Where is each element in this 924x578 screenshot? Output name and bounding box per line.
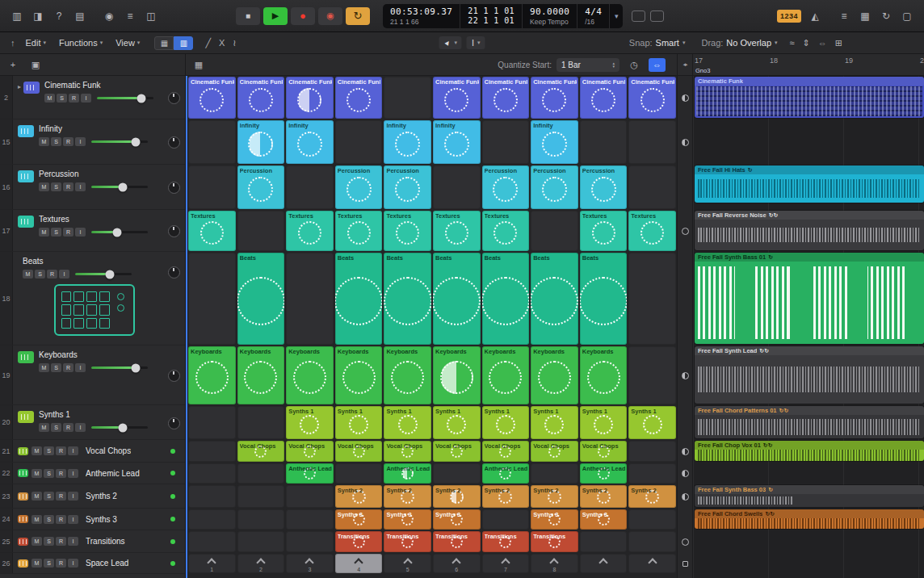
lcd-chevron-icon[interactable]: ▾ <box>610 4 623 28</box>
empty-cell[interactable] <box>580 120 628 164</box>
track-header[interactable]: 20Synths 1MSRI <box>0 405 185 440</box>
browsers-icon[interactable]: ▢ <box>898 9 916 23</box>
track-m-button[interactable]: M <box>23 270 33 279</box>
empty-cell[interactable] <box>237 485 285 508</box>
loop-cell[interactable]: Textures <box>628 211 676 251</box>
volume-thumb[interactable] <box>118 423 127 432</box>
empty-cell[interactable] <box>237 211 285 251</box>
loop-cell[interactable]: Keyboards <box>286 346 334 404</box>
loop-cell[interactable]: Infinity <box>531 120 578 164</box>
loop-cell[interactable]: Vocal Chops <box>482 441 530 462</box>
loop-cell[interactable]: Infinity <box>433 120 481 164</box>
volume-thumb[interactable] <box>136 94 145 103</box>
editors-icon[interactable]: ◫ <box>142 9 160 23</box>
loop-cell[interactable]: Keyboards <box>531 346 578 404</box>
loop-cell[interactable]: Vocal Chops <box>335 441 383 462</box>
loop-cell[interactable]: Cinematic Funk <box>531 77 578 119</box>
empty-cell[interactable] <box>628 531 676 552</box>
loop-cell[interactable]: Keyboards <box>482 346 530 404</box>
track-s-button[interactable]: S <box>51 363 61 372</box>
loop-cell[interactable]: Synths 1 <box>286 406 334 439</box>
empty-cell[interactable] <box>482 120 530 164</box>
row-contrast-icon[interactable] <box>682 372 689 379</box>
scene-trigger[interactable]: 1 <box>188 554 236 573</box>
disclosure-triangle-icon[interactable]: ▸ <box>18 83 21 115</box>
scene-menu-icon[interactable]: ▦ <box>191 58 207 72</box>
track-r-button[interactable]: R <box>63 423 74 432</box>
loop-cell[interactable]: Synths 2 <box>335 485 383 508</box>
group-tracks-button[interactable]: ▣ <box>27 58 44 72</box>
view-menu[interactable]: View ▾ <box>116 38 140 48</box>
track-s-button[interactable]: S <box>51 137 61 146</box>
loop-cell[interactable]: Anthemic Lead <box>286 463 334 484</box>
region[interactable]: Free Fall Reverse Noise↻↻ <box>695 211 924 250</box>
loop-cell[interactable]: Beats <box>384 253 431 345</box>
track-i-button[interactable]: I <box>68 515 78 524</box>
track-i-button[interactable]: I <box>68 492 78 501</box>
loop-cell[interactable]: Cinematic Funk <box>482 77 530 119</box>
play-button[interactable]: ▶ <box>263 7 288 25</box>
horizontal-zoom-icon[interactable]: ⇔ <box>818 38 827 48</box>
track-i-button[interactable]: I <box>68 559 78 568</box>
track-s-button[interactable]: S <box>44 492 54 501</box>
loop-browser-icon[interactable]: ↻ <box>877 9 895 23</box>
loop-cell[interactable]: Synths 1 <box>433 406 481 439</box>
loop-cell[interactable]: Transitions <box>384 531 431 552</box>
drag-menu[interactable]: Drag: No Overlap ▾ <box>701 38 777 48</box>
empty-cell[interactable] <box>237 463 285 484</box>
loop-cell[interactable]: Cinematic Funk <box>580 77 628 119</box>
loop-cell[interactable]: Vocal Chops <box>237 441 285 462</box>
track-r-button[interactable]: R <box>56 559 66 568</box>
volume-thumb[interactable] <box>131 363 140 372</box>
empty-cell[interactable] <box>188 120 236 164</box>
empty-cell[interactable] <box>384 77 431 119</box>
inspector-icon[interactable]: ◨ <box>29 9 47 23</box>
empty-cell[interactable] <box>286 531 334 552</box>
loop-cell[interactable]: Synths 1 <box>384 406 431 439</box>
empty-cell[interactable] <box>188 509 236 530</box>
mixer-icon[interactable]: ≡ <box>121 9 139 23</box>
add-track-button[interactable]: + <box>5 58 21 72</box>
auto-zoom-icon[interactable]: ⊞ <box>835 38 842 48</box>
scene-trigger[interactable]: 6 <box>433 554 481 573</box>
loop-cell[interactable]: Synths 3 <box>531 509 578 530</box>
waveform-zoom-icon[interactable]: ≈ <box>790 38 795 48</box>
loop-cell[interactable]: Synths 3 <box>335 509 383 530</box>
command-click-tool-menu[interactable]: I ▾ <box>467 36 485 49</box>
loop-cell[interactable]: Beats <box>482 253 530 345</box>
loop-cell[interactable]: Cinematic Funk <box>628 77 676 119</box>
region[interactable]: Free Fall Chop Vox 01↻↻ <box>695 441 924 461</box>
empty-cell[interactable] <box>628 253 676 345</box>
stop-button[interactable]: ■ <box>236 7 260 25</box>
empty-cell[interactable] <box>188 463 236 484</box>
scene-trigger[interactable]: 7 <box>482 554 530 573</box>
loop-cell[interactable]: Infinity <box>286 120 334 164</box>
track-m-button[interactable]: M <box>32 537 42 546</box>
track-header[interactable]: 2▸Cinematic FunkMSRI <box>0 76 185 119</box>
loop-cell[interactable]: Textures <box>335 211 383 251</box>
empty-cell[interactable] <box>628 441 676 462</box>
row-contrast-icon[interactable] <box>682 493 689 501</box>
track-s-button[interactable]: S <box>44 446 54 455</box>
track-header[interactable]: 21MSRIVocal Chops <box>0 440 185 463</box>
track-m-button[interactable]: M <box>39 423 49 432</box>
empty-cell[interactable] <box>580 531 628 552</box>
track-header[interactable]: 19KeyboardsMSRI <box>0 346 185 405</box>
loop-cell[interactable]: Synths 2 <box>628 485 676 508</box>
track-m-button[interactable]: M <box>39 228 49 237</box>
empty-cell[interactable] <box>433 165 481 209</box>
empty-cell[interactable] <box>482 509 530 530</box>
track-header[interactable]: 24MSRISynths 3 <box>0 509 185 530</box>
track-header[interactable]: 26MSRISpace Lead <box>0 553 185 574</box>
loop-cell[interactable]: Synths 3 <box>580 509 628 530</box>
track-r-button[interactable]: R <box>56 537 66 546</box>
loop-cell[interactable]: Vocal Chops <box>384 441 431 462</box>
track-header[interactable]: 23MSRISynths 2 <box>0 484 185 509</box>
loop-cell[interactable]: Percussion <box>384 165 431 209</box>
empty-cell[interactable] <box>188 441 236 462</box>
empty-cell[interactable] <box>628 509 676 530</box>
loop-cell[interactable]: Textures <box>580 211 628 251</box>
track-i-button[interactable]: I <box>75 423 86 432</box>
region[interactable]: Free Fall Chord Patterns 01↻↻ <box>695 406 924 438</box>
catch-playhead-icon[interactable]: ↑ <box>10 38 15 48</box>
